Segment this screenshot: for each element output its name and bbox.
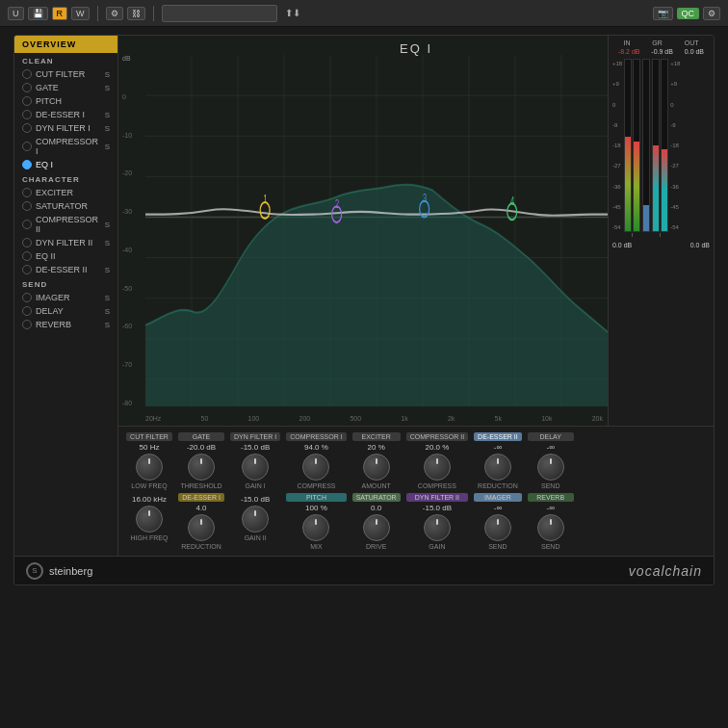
freq-100: 100 [248, 415, 260, 422]
exciter-header: EXCITER [352, 432, 401, 441]
db-scale: dB 0 -10 -20 -30 -40 -50 -60 -70 -80 [122, 55, 132, 406]
exciter-amount-knob[interactable] [363, 454, 390, 481]
sidebar-item-exciter[interactable]: EXCITER [14, 186, 117, 199]
separator [97, 6, 98, 21]
svg-text:4: 4 [510, 195, 514, 207]
sidebar-item-de-esser-1[interactable]: DE-ESSER I S [14, 108, 117, 121]
freq-200: 200 [299, 415, 310, 422]
comp1-mix-val: 100 % [305, 504, 327, 512]
imager-label: IMAGER [36, 293, 101, 302]
sat-drive-val: 0.0 [371, 504, 381, 512]
comp1-mix-knob[interactable] [302, 514, 329, 541]
send-section-label: SEND [14, 276, 117, 291]
dyn1-gain1-knob[interactable] [242, 454, 269, 481]
imager-send-val: -∞ [494, 504, 502, 512]
sidebar-item-imager[interactable]: IMAGER S [14, 291, 117, 304]
cut-filter-low-knob[interactable] [136, 454, 163, 481]
delay-send-val: -∞ [547, 443, 555, 452]
saturator-dot [22, 201, 32, 211]
in-bar-l [624, 59, 632, 232]
gate-threshold-knob[interactable] [188, 454, 215, 481]
gate-reduction-val: 4.0 [195, 504, 206, 512]
de-esser1-dot [22, 110, 32, 119]
chain-button[interactable]: ⛓ [127, 7, 145, 20]
db-10: -10 [122, 132, 132, 139]
de-esser2-label: DE-ESSER II [36, 265, 101, 274]
in-meter-bars [624, 59, 640, 232]
sidebar-item-compressor-2[interactable]: COMPRESSOR II S [14, 213, 117, 236]
sidebar-item-delay[interactable]: DELAY S [14, 304, 117, 318]
gear-button[interactable]: ⚙ [106, 7, 123, 20]
delay-send-knob[interactable] [537, 454, 564, 481]
db-50: -50 [122, 285, 132, 292]
w-button[interactable]: W [71, 7, 90, 20]
de2-reduction-label: REDUCTION [478, 482, 518, 489]
sidebar-item-pitch[interactable]: PITCH [14, 94, 117, 108]
de2-reduction-knob[interactable] [484, 454, 511, 481]
vu-section: IN GR OUT -8.2 dB -0.9 dB 0.0 dB +18 [608, 36, 714, 426]
u-button[interactable]: U [8, 7, 24, 20]
overview-btn[interactable]: OVERVIEW [14, 36, 117, 53]
preset-dropdown[interactable] [162, 5, 277, 22]
db-80: -80 [122, 400, 132, 406]
top-bar: U 💾 R W ⚙ ⛓ ⬆⬇ 📷 QC ⚙ [0, 0, 728, 27]
vu-bottom-values: 0.0 dB 0.0 dB [612, 242, 710, 248]
dyn2-gain-knob[interactable] [424, 514, 451, 541]
dyn2-sub-header: DYN FILTER II [406, 493, 468, 502]
sidebar-item-eq2[interactable]: EQ II [14, 249, 117, 263]
out-label: OUT [685, 39, 699, 46]
vu-db-scale-right: +18 +9 0 -9 -18 -27 -36 -45 -54 [670, 59, 680, 232]
compressor2-label: COMPRESSOR II [36, 215, 101, 234]
sat-drive-knob[interactable] [363, 514, 390, 541]
out-bar-r [661, 59, 668, 232]
dyn-filter2-label: DYN FILTER II [36, 238, 101, 247]
gate-reduction-knob[interactable] [188, 514, 215, 541]
dyn-filter2-dot [22, 238, 32, 247]
out-fill-l [653, 145, 659, 231]
cut-filter-high-knob[interactable] [136, 506, 163, 533]
sidebar-item-reverb[interactable]: REVERB S [14, 318, 117, 331]
settings-button[interactable]: ⚙ [703, 7, 720, 20]
imager-dot [22, 293, 32, 302]
vu-bottom-db2: 0.0 dB [690, 242, 710, 248]
freq-2k: 2k [448, 415, 455, 422]
dyn1-gain2-knob[interactable] [242, 506, 269, 533]
sidebar-item-cut-filter[interactable]: CUT FILTER S [14, 67, 117, 81]
sidebar-item-compressor-1[interactable]: COMPRESSOR I S [14, 135, 117, 158]
eq-svg[interactable]: 1 2 3 4 [145, 55, 608, 406]
comp1-compress-label: COMPRESS [297, 482, 335, 489]
de-esser2-dot [22, 265, 32, 274]
vu-bars-container: +18 +9 0 -9 -18 -27 -36 -45 -54 [612, 59, 710, 238]
bottom-controls: CUT FILTER 50 Hz LOW FREQ 16.00 kHz HIGH… [118, 426, 714, 556]
sidebar-item-saturator[interactable]: SATURATOR [14, 199, 117, 213]
imager-sub-header: IMAGER [474, 493, 522, 502]
sidebar-item-gate[interactable]: GATE S [14, 81, 117, 94]
in-value: -8.2 dB [618, 48, 640, 55]
de-esser2-header: DE-ESSER II [474, 432, 522, 441]
cut-filter-label: CUT FILTER [36, 69, 101, 79]
gr-label: GR [652, 39, 663, 46]
reverb-send-knob[interactable] [537, 514, 564, 541]
in-meter-group [624, 59, 640, 238]
db-60: -60 [122, 323, 132, 329]
comp1-compress-knob[interactable] [302, 454, 329, 481]
in-label: IN [623, 39, 630, 46]
freq-5k: 5k [495, 415, 502, 422]
sidebar-item-dyn-filter-2[interactable]: DYN FILTER II S [14, 236, 117, 249]
steinberg-logo: S steinberg [26, 562, 92, 580]
dyn1-gain1-label: GAIN I [246, 482, 266, 489]
out-bar-l [652, 59, 660, 232]
sidebar-item-dyn-filter-1[interactable]: DYN FILTER I S [14, 121, 117, 135]
sidebar-item-de-esser-2[interactable]: DE-ESSER II S [14, 263, 117, 276]
imager-send-knob[interactable] [484, 514, 511, 541]
sidebar-item-eq1[interactable]: EQ I [14, 158, 117, 171]
camera-button[interactable]: 📷 [653, 7, 673, 20]
cut-filter-high-label: HIGH FREQ [131, 534, 169, 541]
dyn-filter1-header: DYN FILTER I [230, 432, 280, 441]
r-button[interactable]: R [52, 7, 68, 20]
floppy-button[interactable]: 💾 [28, 7, 48, 20]
gr-value: -0.9 dB [651, 48, 673, 55]
dyn2-gain-label: GAIN [429, 543, 445, 550]
comp2-compress-knob[interactable] [424, 454, 451, 481]
in-bar-r [633, 59, 640, 232]
